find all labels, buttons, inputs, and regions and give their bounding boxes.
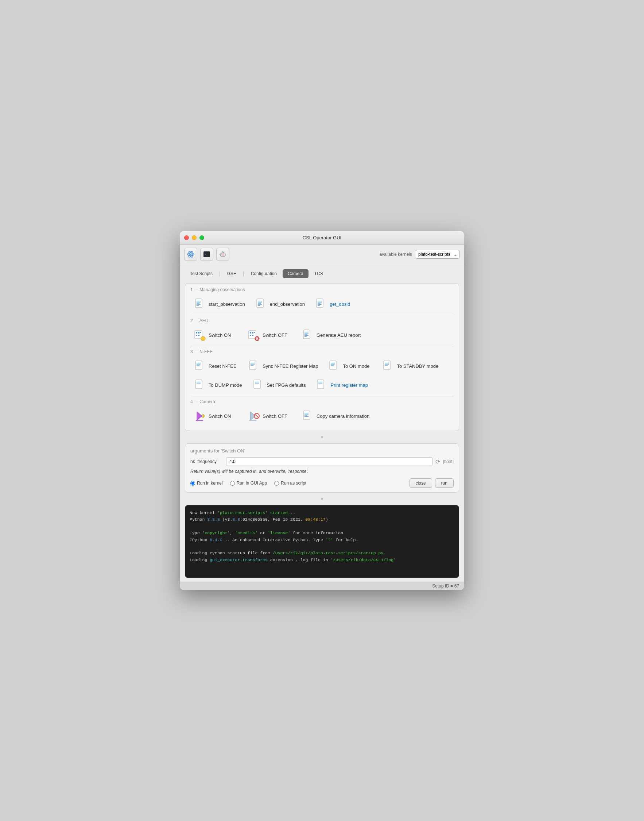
- tab-tcs[interactable]: TCS: [309, 269, 328, 278]
- terminal-line-5: IPython 8.4.0 -- An enhanced Interactive…: [190, 537, 454, 543]
- terminal-line-8: Loading gui_executor.transforms extensio…: [190, 557, 454, 563]
- args-title: arguments for 'Switch ON': [190, 448, 454, 454]
- svg-rect-80: [254, 380, 261, 389]
- reset-nfee-btn[interactable]: Reset N-FEE: [190, 358, 241, 374]
- tab-configuration[interactable]: Configuration: [246, 269, 282, 278]
- doc-icon-2: [255, 298, 267, 310]
- doc-icon-5: [194, 360, 205, 372]
- cam-switch-off-btn[interactable]: Switch OFF: [244, 408, 295, 424]
- to-dump-mode-btn[interactable]: To DUMP mode: [190, 377, 246, 393]
- titlebar: CSL Operator GUI: [180, 231, 464, 245]
- doc-icon-9: [194, 379, 205, 391]
- terminal-line-6: [190, 543, 454, 550]
- svg-rect-83: [317, 380, 324, 389]
- svg-rect-12: [220, 254, 221, 255]
- divider-2: [190, 346, 454, 346]
- scroll-indicator: [185, 435, 459, 440]
- svg-rect-34: [195, 331, 202, 338]
- run-gui-option[interactable]: Run in GUI App: [230, 481, 267, 486]
- section-2-title: 2 — AEU: [190, 318, 454, 323]
- section-3-row1-buttons: Reset N-FEE Sync N-FEE Register Map: [190, 358, 454, 374]
- section-4-title: 4 — Camera: [190, 399, 454, 404]
- atom-button[interactable]: [184, 248, 197, 261]
- svg-point-15: [224, 254, 224, 254]
- arg-row: hk_frequency ⟳ [float]: [190, 457, 454, 466]
- to-standby-mode-btn[interactable]: To STANDBY mode: [379, 358, 442, 374]
- aeu-switch-off-btn[interactable]: Switch OFF: [244, 327, 295, 343]
- terminal-panel[interactable]: New kernel 'plato-test-scripts' started.…: [185, 505, 459, 578]
- tab-sep-1: |: [218, 271, 221, 277]
- tab-sep-2: |: [242, 271, 245, 277]
- run-script-option[interactable]: Run as script: [274, 481, 306, 486]
- to-on-mode-btn[interactable]: To ON mode: [325, 358, 376, 374]
- robot-icon: [219, 250, 227, 258]
- aeu-off-icon: [248, 329, 260, 341]
- aeu-on-icon: ⚡: [194, 329, 205, 341]
- close-button[interactable]: [184, 235, 189, 240]
- tab-camera[interactable]: Camera: [283, 269, 308, 278]
- minimize-button[interactable]: [192, 235, 196, 240]
- return-text: Return value(s) will be captured in, and…: [190, 469, 454, 474]
- cam-off-icon: [248, 410, 260, 422]
- start-observation-btn[interactable]: start_observation: [190, 296, 249, 312]
- main-window: CSL Operator GUI >_: [180, 231, 464, 590]
- terminal-line-1: New kernel 'plato-test-scripts' started.…: [190, 510, 454, 516]
- atom-icon: [187, 250, 195, 258]
- tab-test-scripts[interactable]: Test Scripts: [185, 269, 218, 278]
- maximize-button[interactable]: [199, 235, 204, 240]
- scroll-dot-2: [321, 498, 323, 500]
- run-gui-radio[interactable]: [230, 481, 235, 486]
- arg-value-input[interactable]: [226, 457, 432, 466]
- svg-rect-77: [195, 380, 202, 389]
- doc-icon-11: [316, 379, 328, 391]
- run-options: Run in kernel Run in GUI App Run as scri…: [190, 478, 454, 488]
- svg-marker-86: [197, 412, 202, 420]
- refresh-icon[interactable]: ⟳: [435, 458, 440, 465]
- svg-rect-9: [222, 255, 224, 255]
- scroll-indicator-2: [185, 496, 459, 501]
- toolbar: >_ available kernels: [180, 245, 464, 264]
- end-observation-btn[interactable]: end_observation: [251, 296, 308, 312]
- status-text: Setup ID = 67: [432, 583, 459, 589]
- scroll-dot: [321, 436, 323, 438]
- scripts-panel: 1 — Managing observations start_observat…: [185, 283, 459, 431]
- section-3-title: 3 — N-FEE: [190, 349, 454, 354]
- run-kernel-radio[interactable]: [190, 481, 195, 486]
- close-args-button[interactable]: close: [409, 478, 432, 488]
- terminal-button[interactable]: >_: [200, 248, 213, 261]
- arg-label: hk_frequency: [190, 459, 223, 464]
- section-2-buttons: ⚡ Switch ON: [190, 327, 454, 343]
- doc-icon-12: [302, 410, 314, 422]
- terminal-line-7: Loading Python startup file from /Users/…: [190, 550, 454, 557]
- sync-nfee-btn[interactable]: Sync N-FEE Register Map: [244, 358, 322, 374]
- svg-rect-13: [225, 254, 226, 255]
- terminal-line-4: Type 'copyright', 'credits' or 'license'…: [190, 530, 454, 537]
- section-1-buttons: start_observation end_observation: [190, 296, 454, 312]
- tab-gse[interactable]: GSE: [222, 269, 241, 278]
- terminal-line-2: Python 3.8.8 (v3.8.8:024d8058b0, Feb 19 …: [190, 516, 454, 523]
- doc-icon-6: [248, 360, 260, 372]
- robot-button[interactable]: [216, 248, 229, 261]
- toolbar-right: available kernels plato-test-scripts: [380, 250, 460, 259]
- section-4-buttons: Switch ON Switch OFF: [190, 408, 454, 424]
- get-obsid-btn[interactable]: get_obsid: [311, 296, 362, 312]
- set-fpga-defaults-btn[interactable]: Set FPGA defaults: [249, 377, 310, 393]
- section-1-title: 1 — Managing observations: [190, 287, 454, 292]
- cam-switch-on-btn[interactable]: Switch ON: [190, 408, 241, 424]
- status-bar: Setup ID = 67: [180, 582, 464, 590]
- generate-aeu-report-btn[interactable]: Generate AEU report: [298, 327, 364, 343]
- svg-point-3: [190, 254, 192, 255]
- run-kernel-option[interactable]: Run in kernel: [190, 481, 223, 486]
- traffic-lights: [184, 235, 204, 240]
- svg-text:⚡: ⚡: [202, 337, 205, 340]
- aeu-switch-on-btn[interactable]: ⚡ Switch ON: [190, 327, 241, 343]
- print-register-map-btn[interactable]: Print register map: [312, 377, 372, 393]
- tabs-bar: Test Scripts | GSE | Configuration Camer…: [185, 268, 459, 280]
- run-button[interactable]: run: [435, 478, 454, 488]
- kernel-select[interactable]: plato-test-scripts: [415, 250, 460, 259]
- divider-1: [190, 315, 454, 315]
- kernel-selector[interactable]: plato-test-scripts: [415, 250, 460, 259]
- run-script-radio[interactable]: [274, 481, 279, 486]
- svg-line-92: [255, 415, 258, 417]
- copy-camera-info-btn[interactable]: Copy camera information: [298, 408, 373, 424]
